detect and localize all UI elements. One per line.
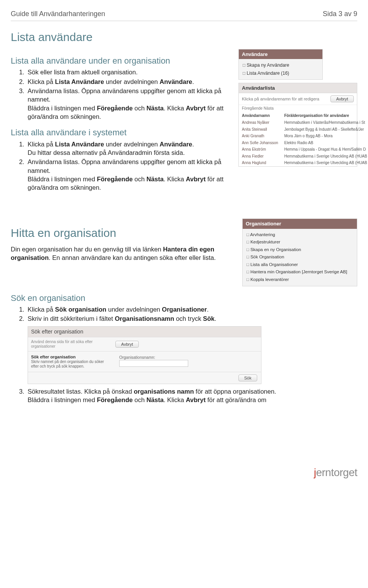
steps-search-org: Klicka på Sök organisation under avdelni… bbox=[11, 305, 357, 404]
list-item: Klicka på Lista Användare under avdelnin… bbox=[26, 140, 232, 157]
list-item: Klicka på Lista Användare under avdelnin… bbox=[26, 77, 232, 86]
form-hint: Använd denna sida för att söka efter org… bbox=[31, 340, 100, 349]
h2-lista-alla-org: Lista alla användare under en organisati… bbox=[11, 55, 232, 67]
table-row[interactable]: Ann Sofie JohanssonElektro Radio AB bbox=[239, 140, 368, 146]
form-sub-hint: Sök efter organisation Skriv namnet på d… bbox=[31, 355, 108, 369]
form-header: Sök efter organisation bbox=[28, 327, 261, 337]
panel-link[interactable]: Skapa en ny Organisation bbox=[246, 246, 353, 254]
list-item: Klicka på Sök organisation under avdelni… bbox=[26, 305, 357, 314]
panel-header: Organisationer bbox=[243, 219, 357, 229]
h1-lista-anvandare: Lista användare bbox=[11, 30, 357, 45]
anvandare-panel: Användare Skapa ny Användare Lista Använ… bbox=[238, 49, 323, 80]
col-header-name: Användarnamn bbox=[239, 112, 281, 120]
panel-link[interactable]: Koppla leverantörer bbox=[246, 276, 353, 284]
sok-button[interactable]: Sök bbox=[238, 374, 257, 381]
panel-link-lista[interactable]: Lista Användare (16) bbox=[243, 69, 319, 77]
h2-sok-org: Sök en organisation bbox=[11, 292, 357, 304]
table-row[interactable]: Anki GranathMora Järn o Bygg AB - Mora bbox=[239, 133, 368, 140]
panel-hint: Klicka på användarenamn för att redigera bbox=[242, 96, 319, 102]
page-number: Sida 3 av 9 bbox=[323, 9, 357, 18]
steps-list-sys: Klicka på Lista Användare under avdelnin… bbox=[11, 140, 232, 192]
list-item: Användarna listas. Öppna användarens upp… bbox=[26, 158, 232, 192]
list-item: Sökresultatet listas. Klicka på önskad o… bbox=[26, 387, 357, 404]
user-table: Användarnamn Förälderorganisation för an… bbox=[239, 112, 368, 166]
panel-link[interactable]: Sök Organisation bbox=[246, 253, 353, 261]
pager-links[interactable]: Föregående Nästa bbox=[239, 105, 357, 112]
panel-header: Användarlista bbox=[239, 83, 357, 94]
panel-header: Användare bbox=[239, 49, 322, 59]
orgnamn-input[interactable] bbox=[119, 360, 188, 367]
col-header-org: Förälderorganisation för användare bbox=[281, 112, 368, 120]
h2-lista-alla-system: Lista alla användare i systemet bbox=[11, 127, 232, 138]
avbryt-button[interactable]: Avbryt bbox=[115, 341, 139, 348]
steps-list-org: Sök eller lista fram aktuell organisatio… bbox=[11, 68, 232, 121]
panel-link[interactable]: Arvhantering bbox=[246, 231, 353, 239]
footer-logo: jerntorget bbox=[11, 465, 357, 480]
table-row[interactable]: Anna FiedlerHemmabutikerna i Sverige Utv… bbox=[239, 153, 368, 160]
list-item: Användarna listas. Öppna användarens upp… bbox=[26, 87, 232, 121]
table-row[interactable]: Andreas NyåkerHemmabutiken i Västerås/He… bbox=[239, 119, 368, 126]
list-item: Sök eller lista fram aktuell organisatio… bbox=[26, 68, 232, 76]
panel-link[interactable]: Kedjestrukturer bbox=[246, 238, 353, 246]
h1-hitta-org: Hitta en organisation bbox=[11, 225, 235, 241]
table-row[interactable]: Anita SteinwallJernbolaget Bygg & Indust… bbox=[239, 126, 368, 133]
avbryt-button[interactable]: Avbryt bbox=[330, 95, 354, 102]
panel-link-skapa[interactable]: Skapa ny Användare bbox=[243, 61, 319, 69]
list-item: Skriv in ditt sökkriterium i fältet Orga… bbox=[26, 314, 357, 384]
orgnamn-label: Organisationsnamn: bbox=[119, 355, 155, 360]
table-row[interactable]: Anna HaglundHemmabutikerna i Sverige Utv… bbox=[239, 159, 368, 166]
org-intro: Din egen organisation har du en genväg t… bbox=[11, 245, 235, 262]
logo-rest: erntorget bbox=[316, 466, 357, 478]
organisationer-panel: Organisationer Arvhantering Kedjestruktu… bbox=[242, 218, 357, 286]
page-header: Guide till Användarhanteringen Sida 3 av… bbox=[11, 9, 357, 21]
table-row[interactable]: Anna EkströmHemma i Uppsala - Dragat Hus… bbox=[239, 146, 368, 153]
sok-org-form: Sök efter organisation Använd denna sida… bbox=[28, 326, 261, 384]
anvandarlista-panel: Användarlista Klicka på användarenamn fö… bbox=[238, 83, 357, 167]
panel-link[interactable]: Hantera min Organisation [Jerntorget Sve… bbox=[246, 268, 353, 276]
doc-title: Guide till Användarhanteringen bbox=[11, 9, 105, 18]
panel-link[interactable]: Lista alla Organisationer bbox=[246, 261, 353, 269]
